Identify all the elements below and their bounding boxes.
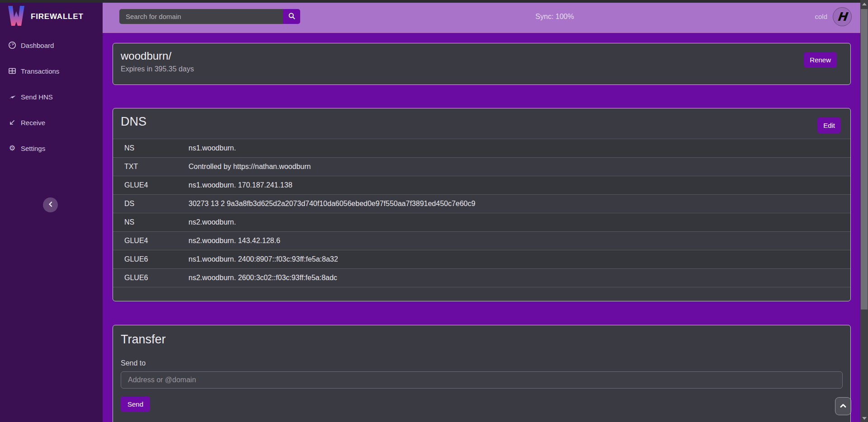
dns-records-table: NSns1.woodburn.TXTControlled by https://… — [113, 139, 850, 287]
dns-record-value: ns2.woodburn. 2600:3c02::f03c:93ff:fe5a:… — [189, 274, 850, 282]
dns-card: DNS Edit NSns1.woodburn.TXTControlled by… — [113, 108, 851, 301]
search-button[interactable] — [283, 9, 300, 24]
dns-record-value: Controlled by https://nathan.woodburn — [189, 163, 850, 171]
renew-button[interactable]: Renew — [804, 52, 837, 68]
dns-record-type: GLUE4 — [124, 237, 189, 245]
sidebar-nav: Dashboard Transactions — [0, 38, 103, 155]
sync-status: Sync: 100% — [535, 13, 574, 21]
dns-title: DNS — [121, 115, 843, 129]
gear-icon: ⚙ — [8, 144, 16, 152]
transfer-title: Transfer — [121, 333, 843, 347]
sidebar-item-transactions[interactable]: Transactions — [0, 64, 103, 78]
edit-dns-button[interactable]: Edit — [817, 117, 841, 133]
sidebar-item-receive[interactable]: Receive — [0, 116, 103, 129]
send-to-label: Send to — [121, 359, 843, 367]
dns-record-type: GLUE6 — [124, 255, 189, 263]
dns-record-row: TXTControlled by https://nathan.woodburn — [113, 157, 850, 176]
firewallet-logo-icon — [7, 5, 25, 28]
send-icon — [8, 93, 16, 101]
sidebar: FIREWALLET Dashboard — [0, 0, 103, 422]
dns-record-row: GLUE6ns1.woodburn. 2400:8907::f03c:93ff:… — [113, 250, 850, 268]
dns-record-row: GLUE6ns2.woodburn. 2600:3c02::f03c:93ff:… — [113, 268, 850, 287]
dns-record-type: NS — [124, 218, 189, 226]
wallet-name: cold — [815, 13, 827, 20]
dns-record-row: NSns2.woodburn. — [113, 213, 850, 231]
sidebar-item-settings[interactable]: ⚙ Settings — [0, 141, 103, 155]
chevron-up-icon — [840, 403, 847, 410]
window-top-edge — [0, 0, 860, 3]
top-bar: Sync: 100% cold H — [103, 0, 860, 33]
scrollbar-up-arrow-icon[interactable] — [860, 0, 868, 8]
sidebar-item-label: Receive — [21, 119, 45, 127]
page-title: woodburn/ — [121, 50, 843, 62]
handshake-icon[interactable]: H — [833, 7, 852, 26]
main-column: Sync: 100% cold H woodburn/ Expires in 3… — [103, 0, 860, 422]
domain-card: woodburn/ Expires in 395.35 days Renew — [113, 43, 851, 85]
magnifier-icon — [288, 12, 296, 21]
transfer-card: Transfer Send to Send — [113, 325, 851, 422]
scrollbar-thumb[interactable] — [861, 9, 868, 309]
table-icon — [8, 67, 16, 75]
dns-record-type: DS — [124, 200, 189, 208]
dns-card-header: DNS — [113, 108, 850, 139]
sidebar-item-label: Transactions — [21, 67, 59, 75]
dns-record-row: GLUE4ns1.woodburn. 170.187.241.138 — [113, 176, 850, 194]
domain-search — [119, 9, 300, 24]
dns-record-row: DS30273 13 2 9a3a8fb3d625d2a2073d740f10d… — [113, 194, 850, 213]
dns-record-row: NSns1.woodburn. — [113, 139, 850, 157]
page-content: woodburn/ Expires in 395.35 days Renew D… — [103, 33, 860, 422]
sidebar-collapse-button[interactable] — [43, 197, 58, 212]
scrollbar-down-arrow-icon[interactable] — [860, 414, 868, 422]
dns-record-value: 30273 13 2 9a3a8fb3d625d2a2073d740f10da6… — [189, 200, 850, 208]
dns-record-type: GLUE4 — [124, 181, 189, 189]
app-window: FIREWALLET Dashboard — [0, 0, 868, 422]
sidebar-item-dashboard[interactable]: Dashboard — [0, 38, 103, 52]
dns-record-value: ns2.woodburn. — [189, 218, 850, 226]
sidebar-item-label: Dashboard — [21, 42, 54, 49]
sidebar-item-label: Send HNS — [21, 93, 53, 101]
dns-record-value: ns1.woodburn. 170.187.241.138 — [189, 181, 850, 189]
scroll-to-top-button[interactable] — [835, 397, 851, 415]
brand-name: FIREWALLET — [31, 12, 84, 21]
dns-record-value: ns1.woodburn. 2400:8907::f03c:93ff:fe5a:… — [189, 255, 850, 263]
chevron-left-icon — [48, 202, 53, 208]
dns-record-type: NS — [124, 144, 189, 152]
dns-record-type: TXT — [124, 163, 189, 171]
search-input[interactable] — [119, 9, 283, 24]
sidebar-item-label: Settings — [21, 145, 45, 152]
brand[interactable]: FIREWALLET — [0, 0, 103, 33]
domain-expiry: Expires in 395.35 days — [121, 65, 843, 73]
vertical-scrollbar[interactable] — [860, 0, 868, 422]
dns-record-type: GLUE6 — [124, 274, 189, 282]
dns-record-value: ns1.woodburn. — [189, 144, 850, 152]
sidebar-item-send-hns[interactable]: Send HNS — [0, 90, 103, 103]
send-button[interactable]: Send — [121, 396, 150, 412]
wallet-menu[interactable]: cold H — [815, 0, 852, 33]
dns-record-value: ns2.woodburn. 143.42.128.6 — [189, 237, 850, 245]
dns-record-row: GLUE4ns2.woodburn. 143.42.128.6 — [113, 231, 850, 250]
gauge-icon — [8, 41, 16, 49]
receive-arrow-icon — [8, 118, 16, 127]
transfer-address-input[interactable] — [121, 371, 843, 389]
